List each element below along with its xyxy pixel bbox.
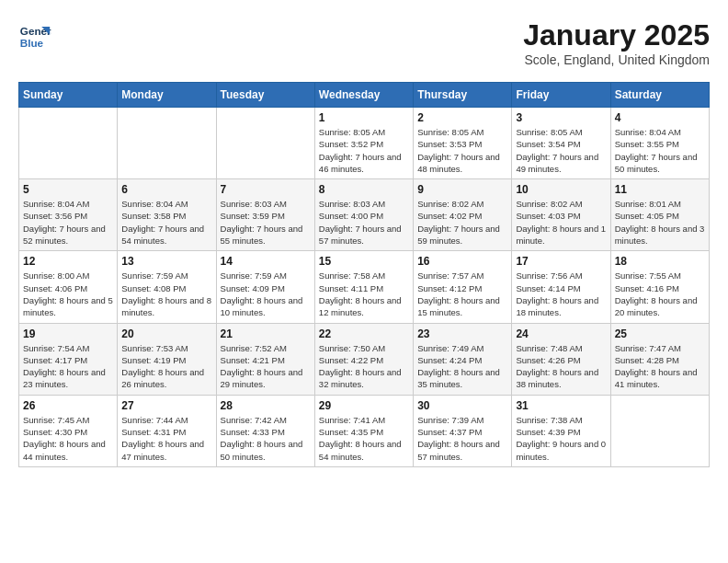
day-info: Sunrise: 7:54 AM Sunset: 4:17 PM Dayligh… — [23, 342, 113, 391]
calendar-cell: 16Sunrise: 7:57 AM Sunset: 4:12 PM Dayli… — [414, 251, 512, 323]
day-info: Sunrise: 7:39 AM Sunset: 4:37 PM Dayligh… — [417, 414, 507, 463]
day-info: Sunrise: 7:57 AM Sunset: 4:12 PM Dayligh… — [417, 270, 507, 318]
day-number: 20 — [121, 327, 211, 340]
svg-text:Blue: Blue — [20, 37, 44, 49]
calendar-cell: 24Sunrise: 7:48 AM Sunset: 4:26 PM Dayli… — [512, 323, 610, 395]
calendar-cell: 4Sunrise: 8:04 AM Sunset: 3:55 PM Daylig… — [610, 108, 709, 179]
day-number: 1 — [319, 111, 409, 124]
day-number: 6 — [121, 183, 211, 196]
day-info: Sunrise: 8:04 AM Sunset: 3:56 PM Dayligh… — [23, 198, 113, 247]
day-number: 15 — [319, 255, 409, 268]
day-info: Sunrise: 7:58 AM Sunset: 4:11 PM Dayligh… — [319, 270, 409, 318]
calendar-cell: 13Sunrise: 7:59 AM Sunset: 4:08 PM Dayli… — [118, 251, 216, 323]
day-number: 2 — [417, 111, 507, 124]
day-info: Sunrise: 7:48 AM Sunset: 4:26 PM Dayligh… — [516, 342, 606, 391]
day-info: Sunrise: 8:04 AM Sunset: 3:58 PM Dayligh… — [121, 198, 211, 247]
day-number: 31 — [516, 399, 606, 412]
calendar-cell: 7Sunrise: 8:03 AM Sunset: 3:59 PM Daylig… — [216, 179, 314, 251]
day-number: 24 — [516, 327, 606, 340]
calendar-cell: 9Sunrise: 8:02 AM Sunset: 4:02 PM Daylig… — [414, 179, 512, 251]
day-info: Sunrise: 7:42 AM Sunset: 4:33 PM Dayligh… — [221, 414, 311, 463]
day-info: Sunrise: 7:55 AM Sunset: 4:16 PM Dayligh… — [615, 270, 705, 318]
day-info: Sunrise: 8:05 AM Sunset: 3:52 PM Dayligh… — [319, 126, 409, 175]
day-number: 23 — [417, 327, 507, 340]
day-info: Sunrise: 8:02 AM Sunset: 4:02 PM Dayligh… — [417, 198, 507, 247]
calendar-cell: 14Sunrise: 7:59 AM Sunset: 4:09 PM Dayli… — [216, 251, 314, 323]
day-info: Sunrise: 8:01 AM Sunset: 4:05 PM Dayligh… — [615, 198, 705, 247]
calendar-cell: 6Sunrise: 8:04 AM Sunset: 3:58 PM Daylig… — [118, 179, 216, 251]
day-info: Sunrise: 7:52 AM Sunset: 4:21 PM Dayligh… — [221, 342, 311, 391]
week-row-5: 26Sunrise: 7:45 AM Sunset: 4:30 PM Dayli… — [19, 395, 710, 466]
calendar-cell: 19Sunrise: 7:54 AM Sunset: 4:17 PM Dayli… — [19, 323, 118, 395]
calendar-cell — [610, 395, 709, 466]
day-number: 28 — [221, 399, 311, 412]
day-number: 22 — [319, 327, 409, 340]
day-number: 10 — [516, 183, 606, 196]
day-info: Sunrise: 7:53 AM Sunset: 4:19 PM Dayligh… — [121, 342, 211, 391]
calendar-cell — [19, 108, 118, 179]
calendar-cell — [118, 108, 216, 179]
day-number: 30 — [417, 399, 507, 412]
day-number: 14 — [221, 255, 311, 268]
week-row-1: 1Sunrise: 8:05 AM Sunset: 3:52 PM Daylig… — [19, 108, 710, 179]
day-number: 8 — [319, 183, 409, 196]
day-number: 3 — [516, 111, 606, 124]
calendar-cell: 20Sunrise: 7:53 AM Sunset: 4:19 PM Dayli… — [118, 323, 216, 395]
weekday-header-row: SundayMondayTuesdayWednesdayThursdayFrid… — [19, 83, 710, 108]
calendar-cell: 22Sunrise: 7:50 AM Sunset: 4:22 PM Dayli… — [314, 323, 413, 395]
day-info: Sunrise: 7:41 AM Sunset: 4:35 PM Dayligh… — [319, 414, 409, 463]
day-info: Sunrise: 7:44 AM Sunset: 4:31 PM Dayligh… — [121, 414, 211, 463]
day-number: 21 — [221, 327, 311, 340]
week-row-4: 19Sunrise: 7:54 AM Sunset: 4:17 PM Dayli… — [19, 323, 710, 395]
day-number: 19 — [23, 327, 113, 340]
day-number: 26 — [23, 399, 113, 412]
day-number: 9 — [417, 183, 507, 196]
calendar-cell: 25Sunrise: 7:47 AM Sunset: 4:28 PM Dayli… — [610, 323, 709, 395]
day-info: Sunrise: 7:56 AM Sunset: 4:14 PM Dayligh… — [516, 270, 606, 318]
calendar-cell: 21Sunrise: 7:52 AM Sunset: 4:21 PM Dayli… — [216, 323, 314, 395]
day-info: Sunrise: 8:03 AM Sunset: 4:00 PM Dayligh… — [319, 198, 409, 247]
day-info: Sunrise: 8:02 AM Sunset: 4:03 PM Dayligh… — [516, 198, 606, 247]
calendar-cell: 1Sunrise: 8:05 AM Sunset: 3:52 PM Daylig… — [314, 108, 413, 179]
calendar-cell: 11Sunrise: 8:01 AM Sunset: 4:05 PM Dayli… — [610, 179, 709, 251]
weekday-header-thursday: Thursday — [414, 83, 512, 108]
title-area: January 2025 Scole, England, United King… — [523, 18, 710, 67]
day-number: 29 — [319, 399, 409, 412]
day-info: Sunrise: 7:45 AM Sunset: 4:30 PM Dayligh… — [23, 414, 113, 463]
day-info: Sunrise: 8:05 AM Sunset: 3:53 PM Dayligh… — [417, 126, 507, 175]
day-number: 16 — [417, 255, 507, 268]
week-row-2: 5Sunrise: 8:04 AM Sunset: 3:56 PM Daylig… — [19, 179, 710, 251]
calendar-cell: 27Sunrise: 7:44 AM Sunset: 4:31 PM Dayli… — [118, 395, 216, 466]
day-number: 18 — [615, 255, 705, 268]
week-row-3: 12Sunrise: 8:00 AM Sunset: 4:06 PM Dayli… — [19, 251, 710, 323]
day-info: Sunrise: 7:38 AM Sunset: 4:39 PM Dayligh… — [516, 414, 606, 463]
calendar-cell: 30Sunrise: 7:39 AM Sunset: 4:37 PM Dayli… — [414, 395, 512, 466]
calendar-cell: 18Sunrise: 7:55 AM Sunset: 4:16 PM Dayli… — [610, 251, 709, 323]
day-info: Sunrise: 7:50 AM Sunset: 4:22 PM Dayligh… — [319, 342, 409, 391]
location: Scole, England, United Kingdom — [523, 52, 710, 67]
calendar-cell: 15Sunrise: 7:58 AM Sunset: 4:11 PM Dayli… — [314, 251, 413, 323]
calendar-cell: 17Sunrise: 7:56 AM Sunset: 4:14 PM Dayli… — [512, 251, 610, 323]
day-number: 4 — [615, 111, 705, 124]
day-info: Sunrise: 7:49 AM Sunset: 4:24 PM Dayligh… — [417, 342, 507, 391]
calendar-cell: 12Sunrise: 8:00 AM Sunset: 4:06 PM Dayli… — [19, 251, 118, 323]
calendar-cell: 26Sunrise: 7:45 AM Sunset: 4:30 PM Dayli… — [19, 395, 118, 466]
logo: General Blue — [18, 18, 51, 52]
calendar-cell: 28Sunrise: 7:42 AM Sunset: 4:33 PM Dayli… — [216, 395, 314, 466]
calendar-cell: 29Sunrise: 7:41 AM Sunset: 4:35 PM Dayli… — [314, 395, 413, 466]
day-number: 17 — [516, 255, 606, 268]
day-info: Sunrise: 7:47 AM Sunset: 4:28 PM Dayligh… — [615, 342, 705, 391]
weekday-header-monday: Monday — [118, 83, 216, 108]
weekday-header-wednesday: Wednesday — [314, 83, 413, 108]
day-number: 5 — [23, 183, 113, 196]
day-number: 11 — [615, 183, 705, 196]
weekday-header-friday: Friday — [512, 83, 610, 108]
calendar-cell: 23Sunrise: 7:49 AM Sunset: 4:24 PM Dayli… — [414, 323, 512, 395]
calendar-cell: 3Sunrise: 8:05 AM Sunset: 3:54 PM Daylig… — [512, 108, 610, 179]
calendar-cell: 2Sunrise: 8:05 AM Sunset: 3:53 PM Daylig… — [414, 108, 512, 179]
day-info: Sunrise: 8:03 AM Sunset: 3:59 PM Dayligh… — [221, 198, 311, 247]
day-info: Sunrise: 8:05 AM Sunset: 3:54 PM Dayligh… — [516, 126, 606, 175]
weekday-header-saturday: Saturday — [610, 83, 709, 108]
day-info: Sunrise: 8:04 AM Sunset: 3:55 PM Dayligh… — [615, 126, 705, 175]
day-info: Sunrise: 7:59 AM Sunset: 4:08 PM Dayligh… — [121, 270, 211, 318]
